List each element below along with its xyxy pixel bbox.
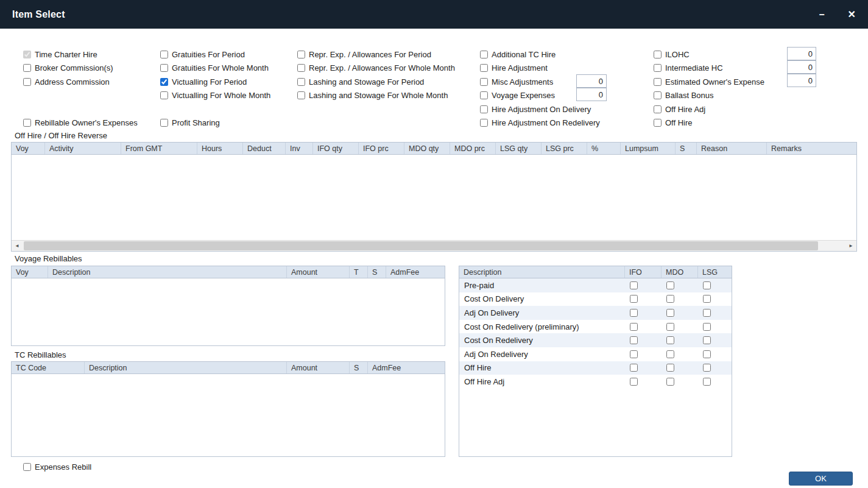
column-header-description[interactable]: Description <box>48 266 287 278</box>
ok-button[interactable]: OK <box>789 472 853 486</box>
scroll-left-button[interactable]: ◄ <box>12 241 23 251</box>
broker-commissions-checkbox[interactable] <box>23 64 31 72</box>
column-header-tc-code[interactable]: TC Code <box>12 362 85 373</box>
scrollbar-thumb[interactable] <box>24 241 818 250</box>
column-header-deduct[interactable]: Deduct <box>243 143 286 154</box>
cost-on-redelivery-preliminary-ifo-checkbox[interactable] <box>630 323 638 331</box>
column-header-from-gmt[interactable]: From GMT <box>121 143 197 154</box>
column-header-voy[interactable]: Voy <box>12 266 48 278</box>
column-header-admfee[interactable]: AdmFee <box>368 362 445 373</box>
column-header-ifo-qty[interactable]: IFO qty <box>313 143 359 154</box>
column-header-ifo-prc[interactable]: IFO prc <box>359 143 404 154</box>
minimize-button[interactable]: – <box>819 10 825 19</box>
lashing-and-stowage-for-period-checkbox[interactable] <box>297 78 305 86</box>
cost-on-delivery-ifo-checkbox[interactable] <box>630 295 638 303</box>
checkbox-intermediate-hc[interactable]: Intermediate HC <box>654 62 764 76</box>
column-header-admfee[interactable]: AdmFee <box>386 266 445 278</box>
scroll-right-button[interactable]: ► <box>845 241 856 251</box>
checkbox-off-hire-adj[interactable]: Off Hire Adj <box>654 102 764 116</box>
column-header-s[interactable]: S <box>676 143 697 154</box>
cost-on-redelivery-lsg-checkbox[interactable] <box>703 336 711 344</box>
column-header-lsg[interactable]: LSG <box>698 266 732 278</box>
hire-adjustment-on-redelivery-checkbox[interactable] <box>480 119 488 127</box>
checkbox-gratuities-for-whole-month[interactable]: Gratuities For Whole Month <box>160 62 270 76</box>
column-header-s[interactable]: S <box>368 266 386 278</box>
offhire-horizontal-scrollbar[interactable]: ◄ ► <box>12 240 856 251</box>
adj-on-redelivery-ifo-checkbox[interactable] <box>630 350 638 358</box>
repr-exp-allowances-for-period-checkbox[interactable] <box>297 51 305 58</box>
checkbox-gratuities-for-period[interactable]: Gratuities For Period <box>160 48 270 62</box>
pre-paid-mdo-checkbox[interactable] <box>666 281 674 289</box>
adj-on-delivery-lsg-checkbox[interactable] <box>703 309 711 317</box>
checkbox-hire-adjustment-on-delivery[interactable]: Hire Adjustment On Delivery <box>480 102 600 116</box>
checkbox-broker-commissions[interactable]: Broker Commission(s) <box>23 62 113 76</box>
close-button[interactable]: ✕ <box>848 10 856 19</box>
checkbox-repr-exp-allowances-for-period[interactable]: Repr. Exp. / Allowances For Period <box>297 48 455 62</box>
checkbox-rebillable-owners-expenses[interactable]: Rebillable Owner's Expenses <box>23 116 138 130</box>
off-hire-lsg-checkbox[interactable] <box>703 364 711 372</box>
checkbox-repr-exp-allowances-for-whole-month[interactable]: Repr. Exp. / Allowances For Whole Month <box>297 62 455 76</box>
checkbox-lashing-and-stowage-for-period[interactable]: Lashing and Stowage For Period <box>297 75 455 89</box>
hire-adjustment-checkbox[interactable] <box>480 64 488 72</box>
profit-sharing-checkbox[interactable] <box>160 119 168 127</box>
column-header-mdo-prc[interactable]: MDO prc <box>450 143 496 154</box>
pre-paid-ifo-checkbox[interactable] <box>630 281 638 289</box>
voyage-expenses-input[interactable] <box>576 88 607 101</box>
rebillable-owners-expenses-checkbox[interactable] <box>23 119 31 127</box>
column-header-description[interactable]: Description <box>459 266 625 278</box>
ilohc-checkbox[interactable] <box>654 51 662 58</box>
checkbox-victualling-for-whole-month[interactable]: Victualling For Whole Month <box>160 89 270 103</box>
column-header-amount[interactable]: Amount <box>287 362 350 373</box>
off-hire-adj-mdo-checkbox[interactable] <box>666 378 674 386</box>
ilohc-input[interactable] <box>787 47 816 60</box>
column-header-mdo[interactable]: MDO <box>662 266 698 278</box>
gratuities-for-whole-month-checkbox[interactable] <box>160 64 168 72</box>
adj-on-delivery-ifo-checkbox[interactable] <box>630 309 638 317</box>
column-header-remarks[interactable]: Remarks <box>767 143 856 154</box>
checkbox-victualling-for-period[interactable]: Victualling For Period <box>160 75 270 89</box>
lashing-and-stowage-for-whole-month-checkbox[interactable] <box>297 91 305 99</box>
off-hire-adj-ifo-checkbox[interactable] <box>630 378 638 386</box>
additional-tc-hire-checkbox[interactable] <box>480 51 488 58</box>
column-header-lsg-prc[interactable]: LSG prc <box>542 143 587 154</box>
column-header-reason[interactable]: Reason <box>697 143 767 154</box>
adj-on-redelivery-mdo-checkbox[interactable] <box>666 350 674 358</box>
cost-on-redelivery-preliminary-lsg-checkbox[interactable] <box>703 323 711 331</box>
off-hire-checkbox[interactable] <box>654 119 662 127</box>
column-header-t[interactable]: T <box>350 266 368 278</box>
adj-on-delivery-mdo-checkbox[interactable] <box>666 309 674 317</box>
intermediate-hc-input[interactable] <box>787 60 816 74</box>
adj-on-redelivery-lsg-checkbox[interactable] <box>703 350 711 358</box>
column-header-percent[interactable]: % <box>587 143 621 154</box>
checkbox-ilohc[interactable]: ILOHC <box>654 48 764 62</box>
column-header-amount[interactable]: Amount <box>287 266 350 278</box>
column-header-s[interactable]: S <box>350 362 368 373</box>
column-header-activity[interactable]: Activity <box>45 143 121 154</box>
gratuities-for-period-checkbox[interactable] <box>160 51 168 58</box>
hire-adjustment-on-delivery-checkbox[interactable] <box>480 105 488 113</box>
checkbox-expenses-rebill[interactable]: Expenses Rebill <box>23 460 91 474</box>
voyage-expenses-checkbox[interactable] <box>480 91 488 99</box>
column-header-ifo[interactable]: IFO <box>625 266 662 278</box>
estimated-owners-expense-checkbox[interactable] <box>654 78 662 86</box>
scrollbar-track[interactable] <box>23 241 845 251</box>
column-header-lumpsum[interactable]: Lumpsum <box>621 143 676 154</box>
expenses-rebill-checkbox[interactable] <box>23 463 31 471</box>
victualling-for-period-checkbox[interactable] <box>160 78 168 86</box>
estimated-owners-expense-input[interactable] <box>787 74 816 87</box>
column-header-hours[interactable]: Hours <box>197 143 243 154</box>
checkbox-additional-tc-hire[interactable]: Additional TC Hire <box>480 48 600 62</box>
checkbox-time-charter-hire[interactable]: Time Charter Hire <box>23 48 113 62</box>
checkbox-off-hire[interactable]: Off Hire <box>654 116 764 130</box>
checkbox-hire-adjustment[interactable]: Hire Adjustment <box>480 62 600 76</box>
repr-exp-allowances-for-whole-month-checkbox[interactable] <box>297 64 305 72</box>
cost-on-delivery-lsg-checkbox[interactable] <box>703 295 711 303</box>
address-commission-checkbox[interactable] <box>23 78 31 86</box>
column-header-mdo-qty[interactable]: MDO qty <box>404 143 450 154</box>
cost-on-redelivery-mdo-checkbox[interactable] <box>666 336 674 344</box>
off-hire-mdo-checkbox[interactable] <box>666 364 674 372</box>
off-hire-ifo-checkbox[interactable] <box>630 364 638 372</box>
column-header-lsg-qty[interactable]: LSG qty <box>496 143 542 154</box>
off-hire-adj-lsg-checkbox[interactable] <box>703 378 711 386</box>
checkbox-address-commission[interactable]: Address Commission <box>23 75 113 89</box>
